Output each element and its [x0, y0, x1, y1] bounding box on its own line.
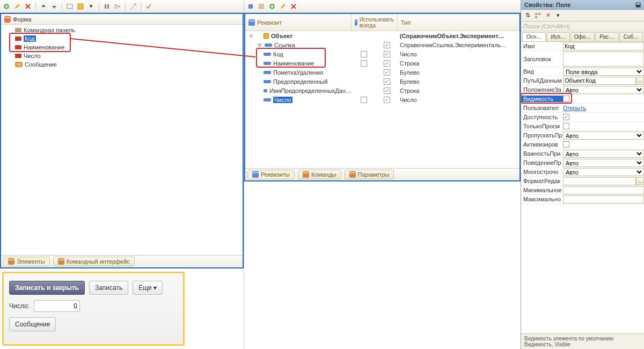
prop-kind-select[interactable]: Поле ввода	[563, 68, 644, 76]
form-tree[interactable]: Командная панель Код Наименование Число …	[1, 25, 243, 255]
prop-readonly-check[interactable]	[563, 123, 569, 129]
form-toolbar: ▾	[0, 0, 244, 13]
preview-more-button[interactable]: Еще ▾	[133, 281, 163, 295]
preview-number-input[interactable]	[34, 300, 80, 312]
prop-max-input[interactable]	[563, 195, 644, 203]
tab-elements[interactable]: Элементы	[3, 257, 50, 266]
svg-rect-11	[538, 13, 540, 15]
preview-save-close-button[interactable]: Записать и закрыть	[9, 281, 85, 295]
svg-rect-7	[259, 4, 261, 9]
tab-requisites[interactable]: Реквизиты	[247, 170, 295, 179]
properties-footer: Видимость элемента по умолчанию Видимост…	[521, 333, 644, 349]
tree-item-chislo[interactable]: Число	[1, 52, 243, 60]
svg-rect-3	[105, 4, 106, 9]
req-delete-icon[interactable]	[289, 2, 298, 11]
form-tree-panel: Форма Командная панель Код Наименование …	[0, 13, 244, 268]
form-preview: Записать и закрыть Записать Еще ▾ Число:…	[2, 272, 185, 346]
prop-format-picker[interactable]: …	[636, 177, 644, 185]
req-tool-2[interactable]	[257, 2, 266, 11]
prop-skip-select[interactable]: Авто	[563, 132, 644, 140]
prop-format-input[interactable]	[563, 177, 636, 185]
prop-name-input[interactable]	[563, 42, 644, 50]
move-up-icon[interactable]	[39, 2, 48, 11]
tree-item-cmdpanel[interactable]: Командная панель	[1, 26, 243, 34]
tab-cmd-interface[interactable]: Командный интерфейс	[53, 257, 135, 266]
object-icon	[264, 33, 269, 39]
preview-number-label: Число:	[9, 302, 30, 310]
svg-rect-2	[78, 4, 83, 9]
delete-icon[interactable]	[24, 2, 32, 11]
tree-item-msg[interactable]: окСообщение	[1, 60, 243, 69]
prop-min-input[interactable]	[563, 186, 644, 194]
properties-toolbar: ⇅ ✕ ▾	[521, 10, 644, 21]
prop-pos-select[interactable]: Авто	[563, 86, 644, 94]
col-always: Использовать всегда	[360, 17, 394, 28]
req-tree[interactable]: ⊖Объект (СправочникОбъект.Эксперимент… ⊕…	[245, 31, 519, 168]
req-row-chislo[interactable]: Число ✓ Число	[245, 95, 519, 104]
prop-importance-select[interactable]: Авто	[563, 150, 644, 158]
tab-params[interactable]: Параметры	[345, 170, 394, 179]
tree-item-kod[interactable]: Код	[1, 34, 243, 43]
tool-icon-4[interactable]	[103, 2, 111, 11]
tool-icon-6[interactable]	[129, 2, 137, 11]
prop-tab-design[interactable]: Офо…	[570, 32, 594, 41]
req-row-ssylka[interactable]: ⊕Ссылка ✓ СправочникСсылка.Экспериментал…	[245, 40, 519, 49]
svg-rect-6	[248, 4, 253, 9]
tool-icon-2[interactable]	[76, 2, 85, 11]
svg-rect-1	[67, 4, 72, 9]
prop-dd-icon[interactable]: ▾	[554, 11, 562, 20]
prop-user-link[interactable]: Открыть	[563, 105, 586, 111]
edit-icon[interactable]	[13, 2, 21, 11]
req-row-predopr[interactable]: Предопределенный ✓ Булево	[245, 77, 519, 86]
check-icon[interactable]	[144, 2, 153, 11]
properties-title: Свойства: Поле⬓	[521, 0, 644, 10]
properties-body: Имя Заголовок ВидПоле ввода ПутьКДанным……	[521, 42, 644, 333]
prop-behavior-select[interactable]: Авто	[563, 159, 644, 167]
req-row-pometka[interactable]: ПометкаУдаления ✓ Булево	[245, 68, 519, 77]
svg-rect-4	[107, 4, 109, 9]
tree-item-naimenovanie[interactable]: Наименование	[1, 43, 243, 52]
tool-icon-3[interactable]: ▾	[87, 2, 96, 11]
prop-tab-use[interactable]: Исп…	[546, 32, 570, 41]
tool-icon-1[interactable]	[65, 2, 74, 11]
prop-path-picker[interactable]: …	[636, 77, 644, 85]
prop-clear-icon[interactable]: ✕	[544, 11, 552, 20]
svg-rect-10	[535, 13, 537, 15]
prop-sort-icon[interactable]: ⇅	[523, 11, 532, 20]
prop-tab-ext[interactable]: Рас…	[595, 32, 619, 41]
tool-icon-5[interactable]	[113, 2, 122, 11]
form-title: Форма	[13, 16, 31, 23]
req-edit-icon[interactable]	[279, 2, 287, 11]
req-tool-1[interactable]	[246, 2, 255, 11]
prop-title-input[interactable]	[563, 52, 644, 67]
req-root[interactable]: ⊖Объект (СправочникОбъект.Эксперимент…	[245, 31, 519, 40]
add-icon[interactable]	[2, 2, 11, 11]
col-type: Тип	[401, 19, 411, 26]
col-requisite: Реквизит	[257, 19, 282, 26]
prop-path-input[interactable]	[563, 77, 636, 85]
requisites-panel: Реквизит Использовать всегда Тип ⊖Объект…	[244, 13, 521, 181]
prop-visibility-check[interactable]	[563, 96, 569, 102]
tab-commands[interactable]: Команды	[298, 170, 341, 179]
req-add-icon[interactable]	[268, 2, 276, 11]
req-row-kod[interactable]: Код ✓ Число	[245, 49, 519, 59]
prop-activate-check[interactable]	[563, 141, 569, 148]
req-row-imyapred[interactable]: ИмяПредопределенныхДан… ✓ Строка	[245, 86, 519, 95]
prop-tab-main[interactable]: Осн…	[522, 32, 546, 41]
svg-rect-12	[535, 16, 537, 18]
move-down-icon[interactable]	[50, 2, 58, 11]
req-row-naimenovanie[interactable]: Наименование ✓ Строка	[245, 59, 519, 68]
req-toolbar	[244, 0, 521, 13]
form-icon	[4, 16, 11, 23]
properties-pin-icon[interactable]: ⬓	[635, 1, 641, 8]
prop-avail-check[interactable]: ✓	[563, 114, 569, 120]
svg-rect-5	[115, 5, 117, 8]
preview-save-button[interactable]: Записать	[89, 281, 128, 295]
prop-cat-icon[interactable]	[533, 11, 542, 20]
svg-rect-8	[261, 4, 264, 9]
properties-search[interactable]: Поиск (Ctrl+Alt+I)	[521, 21, 644, 31]
prop-tab-events[interactable]: Соб…	[619, 32, 643, 41]
preview-message-button[interactable]: Сообщение	[9, 317, 56, 331]
prop-multiline-select[interactable]: Авто	[563, 168, 644, 176]
